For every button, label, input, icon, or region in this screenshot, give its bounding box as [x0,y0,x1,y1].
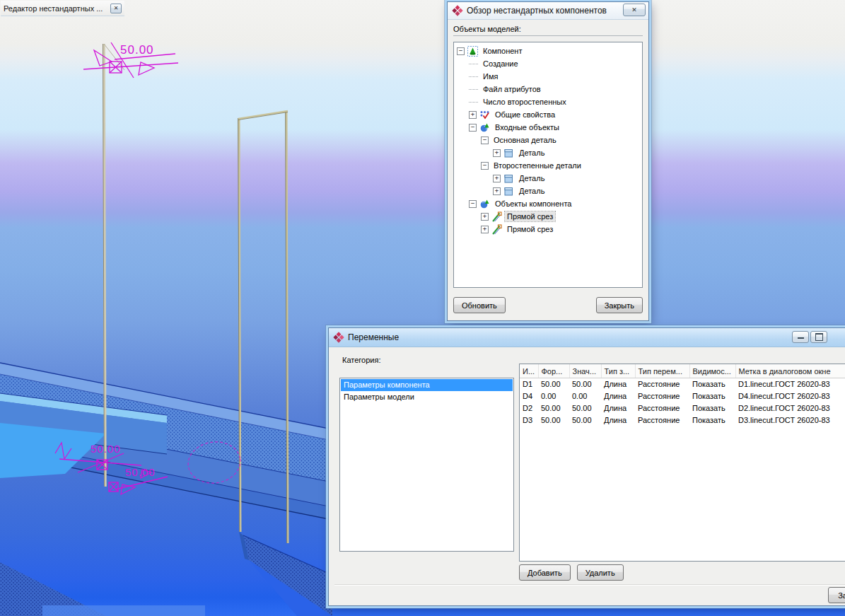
close-button[interactable]: ✕ [623,4,646,16]
tree-item-label: Прямой срез [505,224,555,234]
tree-item[interactable]: −Объекты компонента [454,197,642,210]
component-objects-icon [479,199,490,209]
tree-expander[interactable]: + [469,111,477,119]
tree-expander[interactable]: + [481,226,489,233]
table-cell: Расстояние [635,378,689,391]
variables-table[interactable]: И...Фор...Знач...Тип з...Тип перем...Вид… [520,364,845,426]
tree-expander[interactable]: + [493,187,501,195]
corner-channel[interactable] [239,532,332,616]
table-cell: 0.00 [569,390,601,402]
tree-item-label: Общие свойства [493,110,557,120]
table-cell: Показать [689,390,735,402]
tree-expander[interactable]: − [469,124,477,132]
table-cell: 50.00 [538,402,569,414]
table-cell: 50.00 [538,414,569,426]
close-dialog-button[interactable]: Закрыть [596,297,643,313]
tree-item[interactable]: Число второстепенных [454,95,642,108]
column-header[interactable]: Знач... [569,364,601,378]
component-browser-window: Обзор нестандартных компонентов ✕ Объект… [447,1,649,321]
table-cell: Длина [601,378,635,391]
category-item[interactable]: Параметры компонента [341,379,513,391]
close-dialog-button[interactable]: Зак [828,587,845,603]
table-cell: D1.linecut.ГОСТ 26020-83 [735,378,845,391]
floor-strip [42,605,205,616]
table-cell: Длина [601,402,635,414]
tree-item[interactable]: +Прямой срез [454,223,642,236]
tree-item-label: Деталь [517,186,547,196]
add-variable-button[interactable]: Добавить [519,564,571,581]
divider [334,584,845,586]
column-header[interactable]: Фор... [538,364,569,378]
tree-expander[interactable]: + [493,149,501,157]
category-listbox[interactable]: Параметры компонентаПараметры модели [339,378,514,552]
table-cell: Расстояние [635,414,689,426]
table-cell: D4.linecut.ГОСТ 26020-83 [735,390,845,402]
tree-item-label: Объекты компонента [493,199,573,209]
tree-item[interactable]: +Деталь [454,146,642,159]
table-row[interactable]: D350.0050.00ДлинаРасстояниеПоказатьD3.li… [520,414,845,426]
category-label: Категория: [342,356,380,364]
table-cell: D3.linecut.ГОСТ 26020-83 [735,414,845,426]
table-cell: D4 [520,390,538,402]
close-icon: ✕ [631,6,637,13]
category-item[interactable]: Параметры модели [341,391,513,403]
tree-item[interactable]: +Деталь [454,185,642,197]
tree-expander[interactable]: − [481,162,489,170]
column-header[interactable]: Метка в диалоговом окне [735,364,845,378]
variables-titlebar[interactable]: Переменные [329,328,845,347]
table-cell: 50.00 [538,378,569,391]
editor-title: Редактор нестандартных ... [4,4,108,13]
tree-item-label: Файл атрибутов [481,84,543,94]
tree-item[interactable]: Имя [454,70,642,83]
browser-titlebar[interactable]: Обзор нестандартных компонентов [448,2,648,20]
tekla-icon [452,5,463,16]
tree-item[interactable]: Создание [454,57,642,70]
tree-item[interactable]: −Компонент [454,45,642,57]
editor-titlebar[interactable]: Редактор нестандартных ... ✕ [1,1,124,16]
tree-expander[interactable]: + [493,175,501,182]
column-header[interactable]: Видимос... [689,364,735,378]
table-cell: Показать [689,402,735,414]
delete-variable-button[interactable]: Удалить [577,564,624,581]
tree-expander[interactable]: − [481,136,489,144]
table-cell: 50.00 [569,378,601,391]
model-objects-tree[interactable]: −КомпонентСозданиеИмяФайл атрибутовЧисло… [453,42,643,288]
tree-item-label: Прямой срез [505,211,555,221]
tree-item[interactable]: −Основная деталь [454,134,642,146]
tree-item[interactable]: −Входные объекты [454,121,642,134]
table-row[interactable]: D250.0050.00ДлинаРасстояниеПоказатьD2.li… [520,402,845,414]
close-button[interactable]: ✕ [110,4,122,13]
column-header[interactable]: Тип з... [601,364,635,378]
divider [453,35,643,36]
tree-item[interactable]: +Деталь [454,172,642,185]
tree-item-label: Деталь [517,173,547,183]
part-icon [503,148,514,158]
update-button[interactable]: Обновить [453,297,506,313]
variables-window: Переменные Категория: Параметры компонен… [328,327,845,606]
maximize-button[interactable] [810,331,827,343]
tekla-icon [333,332,344,343]
tree-item[interactable]: −Второстепенные детали [454,159,642,172]
table-cell: Показать [689,378,735,391]
tree-item-label: Имя [481,71,500,81]
tree-item-label: Число второстепенных [481,97,569,107]
tree-connector [469,76,478,77]
table-row[interactable]: D40.000.00ДлинаРасстояниеПоказатьD4.line… [520,390,845,402]
tree-expander[interactable]: + [481,213,489,221]
tree-item[interactable]: Файл атрибутов [454,83,642,95]
table-header-row: И...Фор...Знач...Тип з...Тип перем...Вид… [520,364,845,378]
tree-item-label: Компонент [481,46,524,56]
tree-item[interactable]: +Прямой срез [454,210,642,223]
tree-item-label: Деталь [517,148,547,158]
table-row[interactable]: D150.0050.00ДлинаРасстояниеПоказатьD1.li… [520,378,845,391]
minimize-button[interactable] [792,331,809,343]
tree-expander[interactable]: − [469,200,477,208]
tree-connector [469,88,478,90]
tree-expander[interactable]: − [457,47,465,55]
tree-item-label: Основная деталь [491,135,559,145]
column-header[interactable]: И... [520,364,538,378]
tree-item[interactable]: +Общие свойства [454,108,642,121]
model-objects-label: Объекты моделей: [448,20,648,35]
column-header[interactable]: Тип перем... [635,364,689,378]
variables-table-container: И...Фор...Знач...Тип з...Тип перем...Вид… [519,364,845,562]
